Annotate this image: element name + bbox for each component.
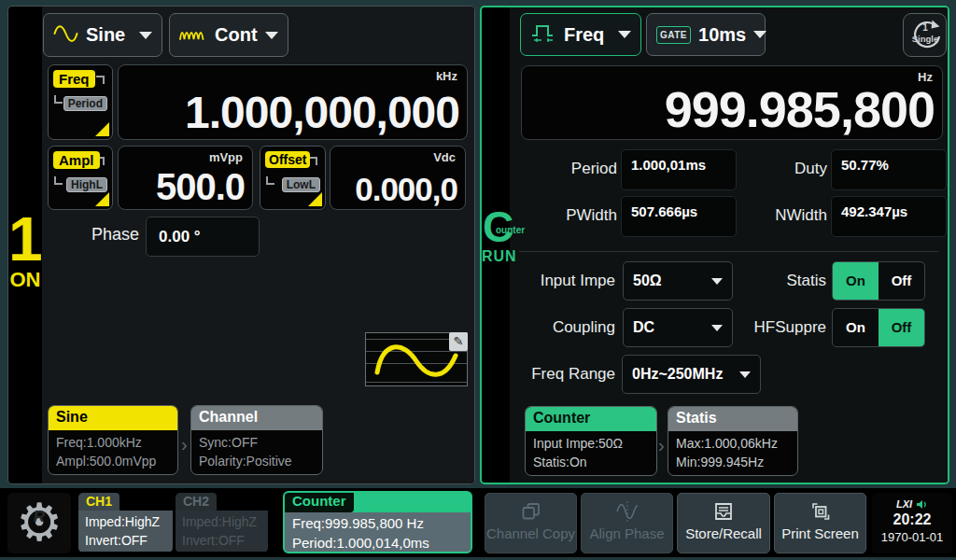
statis-card-line: Max:1.000,06kHz: [676, 434, 790, 453]
counter-status-card[interactable]: Counter Input Impe:50Ω Statis:On: [525, 406, 657, 476]
channel-copy-label: Channel Copy: [485, 525, 576, 541]
svg-text:1: 1: [922, 22, 928, 33]
phase-label: Phase: [64, 225, 139, 245]
nwidth-label: NWidth: [738, 206, 827, 225]
continuous-wave-icon: [179, 25, 207, 46]
counter-tab-line: Period:1.000,014,0ms: [292, 533, 463, 553]
counter-tab[interactable]: Counter Freq:999.985,800 Hz Period:1.000…: [283, 491, 472, 553]
print-screen-button[interactable]: Print Screen: [774, 493, 866, 553]
gate-time-dropdown[interactable]: GATE 10ms: [646, 13, 766, 56]
freq-key-label: Freq: [53, 70, 95, 88]
freq-period-key[interactable]: Freq Period: [48, 64, 113, 140]
chevron-down-icon: [711, 278, 723, 285]
bottom-bar: ⚙ R CH1 Imped:HighZ Invert:OFF CH2 Imped…: [0, 488, 956, 557]
offset-unit: Vdc: [433, 150, 456, 164]
channel1-on-badge: ON: [8, 268, 42, 292]
card-separator-chevron: ›: [181, 434, 188, 455]
ampl-key[interactable]: Ampl HighL: [48, 146, 113, 210]
measure-mode-label: Freq: [564, 24, 604, 46]
adjust-corner-icon: [308, 192, 322, 206]
hf-suppress-off-option[interactable]: Off: [879, 309, 924, 346]
channel-status-card[interactable]: Channel Sync:OFF Polarity:Positive: [190, 405, 323, 475]
counter-tab-line: Freq:999.985,800 Hz: [292, 513, 463, 533]
svg-text:Single: Single: [911, 33, 938, 43]
pulse-icon: [530, 22, 556, 47]
coupling-value: DC: [633, 319, 654, 336]
offset-key[interactable]: Offset LowL: [260, 146, 326, 210]
counter-card-line: Input Impe:50Ω: [533, 434, 649, 453]
statis-card-line: Min:999.945Hz: [676, 453, 790, 471]
ch2-status-line: Imped:HighZ: [182, 512, 261, 531]
counter-frequency-display[interactable]: Hz 999.985,800: [521, 65, 943, 140]
store-recall-button[interactable]: Store/Recall: [677, 493, 770, 553]
statis-status-card[interactable]: Statis Max:1.000,06kHz Min:999.945Hz: [668, 406, 798, 476]
phase-field[interactable]: 0.00 °: [146, 217, 260, 257]
print-screen-icon: [775, 499, 865, 524]
counter-card-line: Statis:On: [533, 453, 649, 471]
sine-card-title: Sine: [49, 406, 177, 430]
measure-mode-dropdown[interactable]: Freq: [520, 13, 641, 56]
highlevel-key-label: HighL: [66, 177, 107, 192]
sine-card-line: Freq:1.000kHz: [56, 433, 170, 452]
align-phase-icon: [582, 499, 672, 524]
offset-value: 0.000,0: [355, 171, 457, 208]
ch2-tab-title: CH2: [176, 493, 217, 511]
section-divider: [519, 251, 938, 252]
waveform-preview[interactable]: ✎: [365, 332, 468, 386]
mode-dropdown[interactable]: Cont: [169, 13, 288, 57]
statistics-toggle: On Off: [832, 261, 925, 301]
edit-waveform-icon[interactable]: ✎: [449, 332, 468, 351]
clock-time: 20:22: [872, 511, 952, 528]
statistics-on-option[interactable]: On: [833, 262, 879, 300]
statistics-label: Statis: [749, 272, 826, 290]
offset-display[interactable]: Vdc 0.000,0: [330, 146, 466, 210]
coupling-dropdown[interactable]: DC: [623, 308, 733, 347]
statistics-off-option[interactable]: Off: [879, 262, 924, 300]
period-value: 1.000,01ms: [621, 149, 737, 190]
adjust-corner-icon: [95, 192, 109, 206]
sine-icon: [53, 25, 78, 46]
hf-suppress-on-option[interactable]: On: [833, 309, 879, 346]
amplitude-value: 500.0: [156, 166, 245, 208]
freq-range-value: 0Hz~250MHz: [632, 366, 723, 383]
ch2-tab[interactable]: CH2 Imped:HighZ Invert:OFF: [176, 493, 268, 553]
amplitude-unit: mVpp: [209, 150, 243, 164]
store-recall-icon: [678, 499, 769, 524]
counter-panel: C ounter RUN Freq GATE 10ms 1 Single: [480, 6, 949, 484]
waveform-dropdown[interactable]: Sine: [43, 13, 162, 57]
chevron-down-icon: [265, 32, 278, 39]
instrument-screen: 1 ON Sine Cont Freq Period kHz 1.000,000…: [0, 0, 956, 560]
store-recall-label: Store/Recall: [678, 525, 769, 541]
input-impedance-dropdown[interactable]: 50Ω: [623, 261, 733, 301]
counter-tab-title: Counter: [285, 493, 354, 512]
speaker-icon: [916, 499, 928, 510]
adjust-corner-icon: [95, 122, 109, 136]
channel1-panel: 1 ON Sine Cont Freq Period kHz 1.000,000…: [7, 6, 475, 484]
hf-suppress-label: HFSuppre: [730, 318, 826, 337]
sine-status-card[interactable]: Sine Freq:1.000kHz Ampl:500.0mVpp: [48, 405, 178, 475]
ch1-tab[interactable]: CH1 Imped:HighZ Invert:OFF: [78, 493, 173, 553]
duty-value: 50.77%: [831, 149, 947, 190]
gate-badge: GATE: [656, 26, 691, 44]
lowlevel-key-label: LowL: [282, 177, 320, 192]
frequency-display[interactable]: kHz 1.000,000,000: [118, 64, 468, 140]
period-label: Period: [524, 160, 617, 178]
mode-dropdown-label: Cont: [215, 24, 258, 46]
chevron-down-icon: [618, 31, 631, 38]
align-phase-button[interactable]: Align Phase: [581, 493, 673, 553]
nwidth-value: 492.347µs: [831, 196, 947, 237]
clock-panel[interactable]: LXI 20:22 1970-01-01: [872, 493, 952, 553]
single-trigger-button[interactable]: 1 Single: [903, 13, 947, 57]
freq-range-dropdown[interactable]: 0Hz~250MHz: [622, 355, 761, 394]
amplitude-display[interactable]: mVpp 500.0: [118, 146, 253, 210]
channel-card-line: Polarity:Positive: [199, 452, 315, 470]
channel-copy-button[interactable]: Channel Copy: [485, 493, 577, 553]
freq-range-label: Freq Range: [517, 365, 615, 384]
system-menu-button[interactable]: ⚙ R: [7, 493, 71, 553]
chevron-down-icon: [139, 32, 152, 39]
counter-card-title: Counter: [526, 407, 656, 431]
ch2-status-line: Invert:OFF: [182, 531, 261, 550]
card-separator-chevron: ›: [658, 435, 665, 456]
frequency-unit: kHz: [436, 69, 457, 83]
ampl-key-label: Ampl: [53, 151, 100, 169]
